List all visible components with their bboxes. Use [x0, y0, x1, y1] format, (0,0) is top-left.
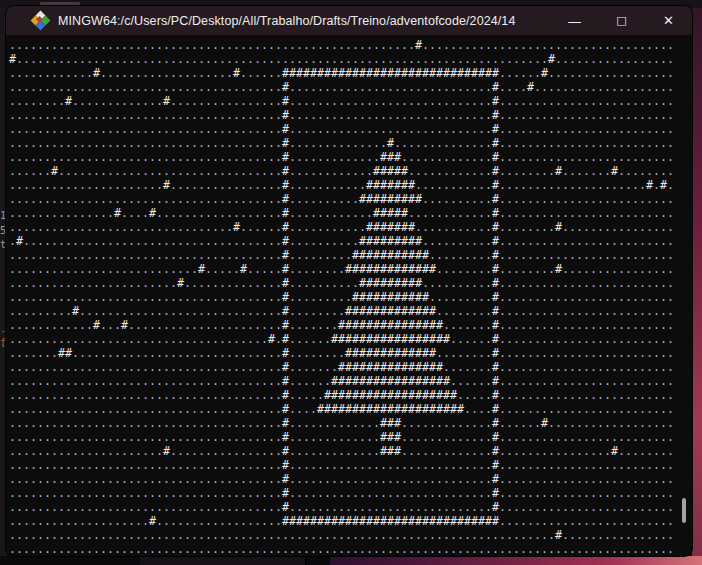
terminal-row: ............#...................#......#… [9, 66, 674, 80]
terminal-row: ...........................#.....#.....#… [9, 262, 674, 276]
terminal-row: .......................................#… [9, 430, 674, 444]
background-seam [305, 556, 306, 565]
close-button[interactable]: ✕ [645, 6, 692, 35]
desktop-bottom-strip [0, 556, 702, 565]
terminal-row: ........................#..............#… [9, 276, 674, 290]
terminal-screen[interactable]: ........................................… [6, 35, 692, 556]
terminal-row: .......##..............................#… [9, 346, 674, 360]
minimize-button[interactable]: — [551, 6, 598, 35]
terminal-row: .......................................#… [9, 360, 674, 374]
desktop-wallpaper-bar [330, 556, 702, 565]
titlebar[interactable]: MINGW64:/c/Users/PC/Desktop/All/Trabalho… [6, 6, 692, 35]
terminal-row: ............#...#......................#… [9, 318, 674, 332]
terminal-row: .......................................#… [9, 374, 674, 388]
terminal-row: .....................................#.#… [9, 332, 674, 346]
background-window-edge [140, 557, 305, 565]
terminal-row: .......................................#… [9, 248, 674, 262]
terminal-row: .......................................#… [9, 500, 674, 514]
terminal-row: .........#.............................#… [9, 304, 674, 318]
terminal-row: ................................#......#… [9, 220, 674, 234]
terminal-row: .......................................#… [9, 150, 674, 164]
terminal-row: .#.....................................#… [9, 234, 674, 248]
terminal-row: .......................................#… [9, 458, 674, 472]
terminal-window: MINGW64:/c/Users/PC/Desktop/All/Trabalho… [6, 6, 692, 556]
terminal-row: .......................................#… [9, 80, 674, 94]
terminal-row: ........................................… [9, 38, 674, 52]
terminal-row: ........................................… [9, 542, 674, 556]
terminal-row: #.......................................… [9, 52, 674, 66]
terminal-row: .......................................#… [9, 486, 674, 500]
window-controls: — □ ✕ [551, 6, 692, 35]
terminal-row: .......................................#… [9, 402, 674, 416]
terminal-grid: ........................................… [9, 38, 674, 556]
terminal-row: .......................................#… [9, 290, 674, 304]
window-title: MINGW64:/c/Users/PC/Desktop/All/Trabalho… [58, 14, 515, 28]
terminal-row: .......................................#… [9, 472, 674, 486]
terminal-row: ......#................................#… [9, 164, 674, 178]
terminal-row: ......................#................#… [9, 444, 674, 458]
terminal-row: ....................#..................#… [9, 514, 674, 528]
terminal-row: ......................#................#… [9, 178, 674, 192]
terminal-row: ........................................… [9, 528, 674, 542]
msys2-icon [32, 12, 49, 29]
terminal-row: ...............#....#..................#… [9, 206, 674, 220]
terminal-row: .......................................#… [9, 388, 674, 402]
background-smudge [40, 2, 80, 5]
desktop-right-edge [692, 0, 702, 565]
terminal-row: .......................................#… [9, 416, 674, 430]
terminal-row: .......................................#… [9, 108, 674, 122]
desktop: 15,th-f· MINGW64:/c/Users/PC/Desktop/All… [0, 0, 702, 565]
terminal-row: .......................................#… [9, 136, 674, 150]
terminal-row: .......................................#… [9, 192, 674, 206]
terminal-row: ........#.............#................#… [9, 94, 674, 108]
scrollbar-thumb[interactable] [682, 498, 686, 523]
maximize-button[interactable]: □ [598, 6, 645, 35]
terminal-row: .......................................#… [9, 122, 674, 136]
